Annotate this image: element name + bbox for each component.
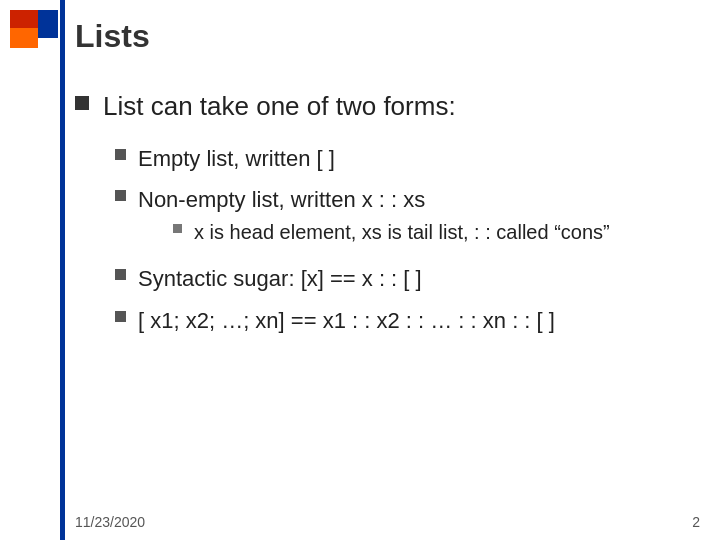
- header-accent: [0, 0, 60, 60]
- footer-page: 2: [692, 514, 700, 530]
- sub-bullet-1-icon: [115, 149, 126, 160]
- sub-bullet-3-icon: [115, 269, 126, 280]
- sub-bullet-4-text: [ x1; x2; …; xn] == x1 : : x2 : : … : : …: [138, 306, 555, 336]
- slide-title: Lists: [75, 18, 150, 55]
- sub-bullet-4-icon: [115, 311, 126, 322]
- slide-content: List can take one of two forms: Empty li…: [75, 90, 700, 500]
- sub-bullet-2-text: Non-empty list, written x : : xs: [138, 187, 425, 212]
- vertical-bar: [60, 0, 65, 540]
- sub-bullet-2-content: Non-empty list, written x : : xs x is he…: [138, 185, 610, 252]
- subsub-bullet-1: x is head element, xs is tail list, : : …: [173, 219, 610, 246]
- sub-bullet-3: Syntactic sugar: [x] == x : : [ ]: [115, 264, 700, 294]
- subsub-bullet-1-text: x is head element, xs is tail list, : : …: [194, 219, 610, 246]
- main-bullet-icon: [75, 96, 89, 110]
- main-bullet: List can take one of two forms:: [75, 90, 700, 124]
- slide: Lists List can take one of two forms: Em…: [0, 0, 720, 540]
- footer-date: 11/23/2020: [75, 514, 145, 530]
- accent-blue: [38, 10, 58, 38]
- accent-orange: [10, 28, 38, 48]
- subsub-bullets-container: x is head element, xs is tail list, : : …: [173, 219, 610, 246]
- slide-footer: 11/23/2020 2: [75, 514, 700, 530]
- main-bullet-text: List can take one of two forms:: [103, 90, 456, 124]
- sub-bullets-container: Empty list, written [ ] Non-empty list, …: [115, 144, 700, 336]
- sub-bullet-2-icon: [115, 190, 126, 201]
- sub-bullet-2: Non-empty list, written x : : xs x is he…: [115, 185, 700, 252]
- sub-bullet-1: Empty list, written [ ]: [115, 144, 700, 174]
- subsub-bullet-1-icon: [173, 224, 182, 233]
- sub-bullet-3-text: Syntactic sugar: [x] == x : : [ ]: [138, 264, 422, 294]
- sub-bullet-4: [ x1; x2; …; xn] == x1 : : x2 : : … : : …: [115, 306, 700, 336]
- sub-bullet-1-text: Empty list, written [ ]: [138, 144, 335, 174]
